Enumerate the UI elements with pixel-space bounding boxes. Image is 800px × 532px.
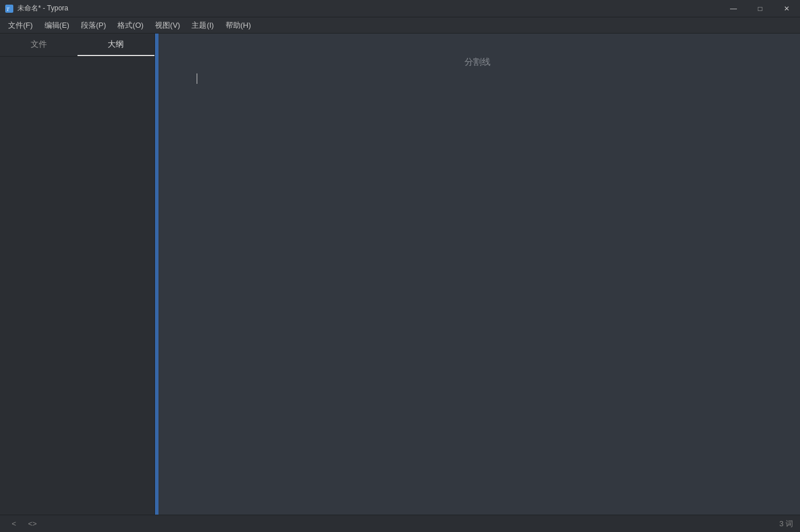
tab-files[interactable]: 文件 <box>0 34 78 56</box>
code-icon: <> <box>28 519 36 528</box>
sidebar-outline-content <box>0 57 154 515</box>
divider-text: 分割线 <box>190 57 765 68</box>
close-button[interactable]: ✕ <box>773 0 800 17</box>
app-icon: T <box>5 4 14 13</box>
menu-paragraph[interactable]: 段落(P) <box>75 19 112 32</box>
maximize-button[interactable]: □ <box>747 0 773 17</box>
text-cursor <box>197 73 197 84</box>
tab-outline[interactable]: 大纲 <box>78 34 155 56</box>
menu-theme[interactable]: 主题(I) <box>186 19 219 32</box>
title-bar-left: T 未命名* - Typora <box>5 3 68 13</box>
sidebar: 文件 大纲 <box>0 34 155 515</box>
minimize-button[interactable]: — <box>720 0 747 17</box>
main-layout: 文件 大纲 分割线 <box>0 34 800 515</box>
status-bar: < <> 3 词 <box>0 515 800 532</box>
back-arrow-button[interactable]: < <box>7 518 21 530</box>
menu-bar: 文件(F) 编辑(E) 段落(P) 格式(O) 视图(V) 主题(I) 帮助(H… <box>0 17 800 34</box>
source-code-button[interactable]: <> <box>25 518 39 530</box>
menu-file[interactable]: 文件(F) <box>2 19 39 32</box>
menu-help[interactable]: 帮助(H) <box>220 19 257 32</box>
back-arrow-icon: < <box>12 519 16 528</box>
cursor-line <box>190 73 765 84</box>
editor-content[interactable]: 分割线 <box>155 34 800 515</box>
menu-view[interactable]: 视图(V) <box>149 19 186 32</box>
menu-edit[interactable]: 编辑(E) <box>39 19 75 32</box>
word-count: 3 词 <box>779 519 793 529</box>
status-bar-left: < <> <box>7 518 39 530</box>
editor-area[interactable]: 分割线 <box>155 34 800 515</box>
title-bar: T 未命名* - Typora — □ ✕ <box>0 0 800 17</box>
window-title: 未命名* - Typora <box>17 3 68 13</box>
menu-format[interactable]: 格式(O) <box>112 19 149 32</box>
sidebar-tabs: 文件 大纲 <box>0 34 154 57</box>
window-controls: — □ ✕ <box>720 0 800 17</box>
